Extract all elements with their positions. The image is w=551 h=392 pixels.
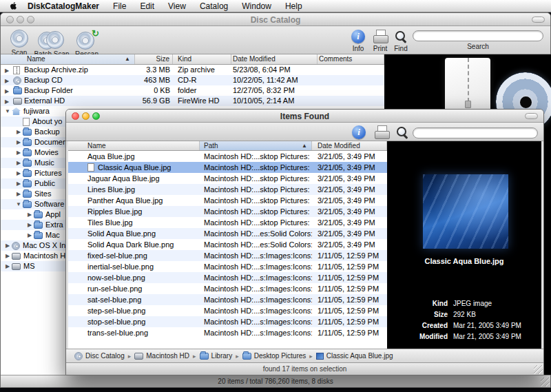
disclosure-triangle-icon[interactable] (3, 261, 12, 271)
preview-panel: Classic Aqua Blue.jpg Kind JPEG image Si… (387, 141, 541, 349)
path-segment[interactable]: Disc Catalog (74, 352, 125, 360)
toolbar-toggle-button[interactable] (532, 17, 545, 23)
list-item[interactable]: step-sel-blue.png Macintosh HD:...s:Imag… (68, 305, 387, 316)
list-item[interactable]: Panther Aqua Blue.jpg Macintosh HD:...sk… (68, 195, 387, 206)
path-item-icon (242, 353, 251, 360)
menu-bar: DiskCatalogMaker File Edit View Catalog … (0, 0, 551, 12)
found-column-headers: Name Path▲ Date Modified (68, 141, 387, 151)
disclosure-triangle-icon[interactable] (25, 220, 34, 230)
find-label: Find (391, 45, 411, 52)
path-segment[interactable]: Library (189, 352, 232, 360)
print-button[interactable] (374, 124, 389, 139)
disclosure-triangle-icon[interactable] (14, 158, 23, 168)
catalog-row[interactable]: External HD 56.9 GB FireWire HD 10/10/05… (1, 96, 384, 106)
item-icon (34, 222, 43, 229)
disclosure-triangle-icon[interactable] (3, 251, 12, 261)
disclosure-triangle-icon[interactable] (14, 178, 23, 189)
list-item[interactable]: inertial-sel-blue.png Macintosh HD:...s:… (68, 261, 387, 272)
menu-item[interactable]: Window (235, 0, 278, 12)
apple-menu[interactable] (6, 1, 21, 10)
column-header-date-modified[interactable]: Date Modified (312, 141, 387, 150)
list-item[interactable]: Solid Aqua Blue.png Macintosh HD:...es:S… (68, 228, 387, 239)
column-header-kind[interactable]: Kind (173, 54, 231, 64)
disclosure-triangle-icon[interactable] (14, 147, 23, 158)
search-area: Search (413, 28, 543, 50)
path-item-icon (316, 353, 324, 360)
found-titlebar[interactable]: Items Found (66, 110, 543, 123)
rescan-button[interactable]: Rescan (71, 28, 103, 58)
minimize-button[interactable] (17, 16, 24, 23)
disclosure-triangle-icon[interactable] (14, 137, 23, 147)
menu-item[interactable]: Edit (133, 0, 161, 12)
close-button[interactable] (72, 112, 79, 120)
column-header-path[interactable]: Path▲ (200, 141, 312, 150)
disclosure-triangle-icon[interactable] (3, 65, 11, 76)
preview-image (423, 174, 508, 249)
list-item[interactable]: Lines Blue.jpg Macintosh HD:...sktop Pic… (68, 184, 387, 195)
print-button[interactable]: Print (370, 28, 391, 52)
toolbar-toggle-button[interactable] (525, 113, 538, 119)
list-item[interactable]: sat-sel-blue.png Macintosh HD:...s:Image… (68, 294, 387, 305)
column-header-name[interactable]: Name▲ (1, 54, 135, 64)
menu-item[interactable]: Help (278, 0, 309, 12)
zoom-button[interactable] (27, 16, 34, 23)
menu-item[interactable]: Catalog (193, 0, 235, 12)
list-item[interactable]: Solid Aqua Dark Blue.png Macintosh HD:..… (68, 239, 387, 250)
resize-grip[interactable] (541, 378, 550, 386)
disclosure-triangle-icon[interactable] (3, 86, 11, 96)
find-button[interactable]: Find (391, 28, 411, 52)
list-item[interactable]: run-sel-blue.png Macintosh HD:...s:Image… (68, 283, 387, 294)
catalog-rows: Backup Archive.zip 3.3 MB Zip archive 5/… (1, 65, 384, 106)
disclosure-triangle-icon[interactable] (3, 96, 11, 107)
path-segment[interactable]: Macintosh HD (125, 352, 189, 360)
info-label: Info (348, 45, 368, 52)
scan-button[interactable]: Scan (6, 28, 32, 56)
minimize-button[interactable] (82, 112, 90, 120)
column-header-name[interactable]: Name (68, 141, 200, 150)
resize-grip[interactable] (534, 365, 543, 374)
path-segment[interactable]: Classic Aqua Blue.jpg (306, 352, 393, 360)
path-segment[interactable]: Desktop Pictures (232, 352, 306, 360)
found-toolbar (66, 123, 543, 141)
list-item[interactable]: stop-sel-blue.png Macintosh HD:...s:Imag… (68, 316, 387, 327)
info-icon (352, 125, 366, 139)
zoom-button[interactable] (92, 112, 100, 120)
preview-filename: Classic Aqua Blue.jpg (387, 257, 541, 265)
column-header-date-modified[interactable]: Date Modified (231, 54, 318, 64)
item-icon (34, 212, 43, 218)
disclosure-triangle-icon[interactable] (14, 168, 23, 178)
list-item[interactable]: trans-sel-blue.png Macintosh HD:...s:Ima… (68, 327, 387, 338)
list-item[interactable]: fixed-sel-blue.png Macintosh HD:...s:Ima… (68, 250, 387, 261)
menu-item[interactable]: DiskCatalogMaker (21, 0, 106, 12)
list-item[interactable]: Jaguar Aqua Blue.jpg Macintosh HD:...skt… (68, 173, 387, 184)
path-separator-icon (125, 352, 135, 360)
list-item[interactable]: Classic Aqua Blue.jpg Macintosh HD:...sk… (68, 162, 387, 173)
menu-item[interactable]: File (106, 0, 133, 12)
disclosure-triangle-icon[interactable] (25, 209, 34, 220)
disclosure-triangle-icon[interactable] (14, 199, 23, 209)
disclosure-triangle-icon[interactable] (25, 230, 34, 240)
catalog-row[interactable]: Backup Folder 0 KB folder 12/27/05, 8:32… (1, 85, 384, 96)
disclosure-triangle-icon[interactable] (3, 240, 12, 251)
disclosure-triangle-icon[interactable] (3, 106, 12, 116)
list-item[interactable]: Tiles Blue.jpg Macintosh HD:...sktop Pic… (68, 217, 387, 228)
batch-scan-button[interactable]: Batch Scan (32, 28, 71, 58)
search-input[interactable] (413, 30, 543, 41)
info-button[interactable]: Info (348, 28, 368, 52)
column-header-comments[interactable]: Comments (318, 54, 384, 64)
disclosure-triangle-icon[interactable] (14, 189, 23, 199)
list-item[interactable]: now-sel-blue.png Macintosh HD:...s:Image… (68, 272, 387, 283)
close-button[interactable] (6, 16, 14, 23)
find-button[interactable] (395, 124, 409, 139)
catalog-row[interactable]: Backup CD 463 MB CD-R 10/22/05, 11:42 AM (1, 75, 384, 85)
menu-item[interactable]: View (161, 0, 193, 12)
column-header-size[interactable]: Size (135, 54, 173, 64)
disclosure-triangle-icon[interactable] (3, 76, 11, 86)
list-item[interactable]: Aqua Blue.jpg Macintosh HD:...sktop Pict… (68, 151, 387, 162)
catalog-row[interactable]: Backup Archive.zip 3.3 MB Zip archive 5/… (1, 65, 384, 75)
info-button[interactable] (352, 124, 366, 139)
search-input[interactable] (413, 127, 538, 138)
list-item[interactable]: Ripples Blue.jpg Macintosh HD:...sktop P… (68, 206, 387, 217)
disclosure-triangle-icon[interactable] (14, 127, 23, 137)
catalog-titlebar[interactable]: Disc Catalog (1, 13, 550, 26)
